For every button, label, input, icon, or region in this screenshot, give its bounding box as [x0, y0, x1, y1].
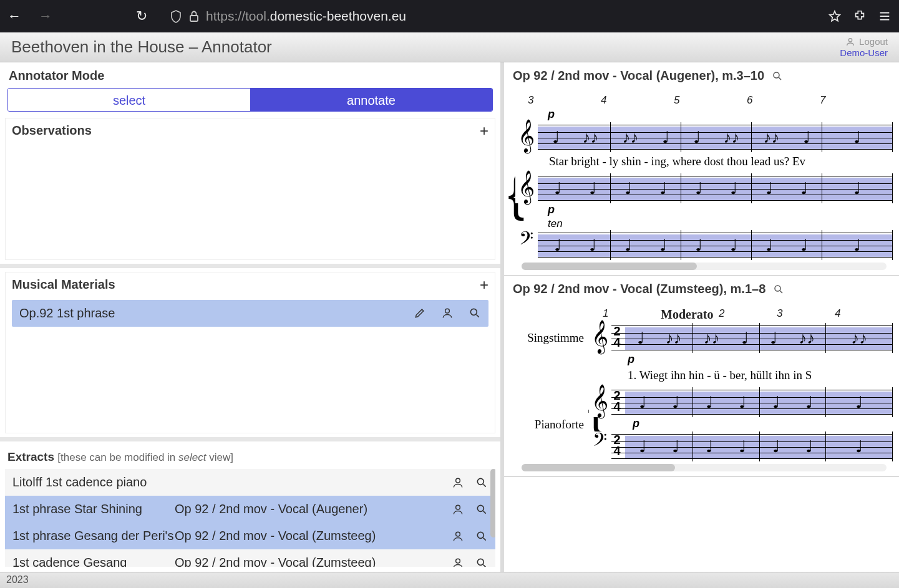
user-icon[interactable] [452, 503, 464, 516]
forward-button: → [39, 8, 52, 24]
mode-annotate-button[interactable]: annotate [250, 89, 492, 111]
app-title: Beethoven in the House – Annotator [11, 37, 272, 57]
url-domain: domestic-beethoven.eu [270, 9, 406, 23]
divider[interactable] [0, 437, 500, 441]
svg-point-5 [477, 478, 484, 484]
svg-point-2 [445, 309, 450, 314]
observations-label: Observations [12, 123, 92, 138]
search-icon[interactable] [475, 530, 488, 542]
svg-point-3 [470, 309, 477, 316]
svg-point-11 [477, 559, 484, 565]
bookmark-icon[interactable] [828, 9, 842, 23]
score-title: Op 92 / 2nd mov - Vocal (Augener), m.3–1… [513, 69, 764, 83]
shield-icon [170, 9, 182, 23]
mode-select-button[interactable]: select [8, 89, 250, 111]
extracts-list: Litolff 1st cadence piano 1st phrase Sta… [5, 469, 495, 567]
back-button[interactable]: ← [7, 8, 21, 24]
svg-point-6 [456, 505, 460, 509]
extract-row[interactable]: Litolff 1st cadence piano [5, 469, 495, 496]
add-material-button[interactable]: + [480, 276, 488, 294]
add-observation-button[interactable]: + [480, 122, 488, 140]
footer-year: 2023 [6, 574, 29, 585]
svg-point-1 [848, 38, 852, 41]
extensions-icon[interactable] [853, 9, 867, 23]
extract-row[interactable]: 1st phrase Gesang der Peri's Op 92 / 2nd… [5, 523, 495, 549]
user-icon[interactable] [452, 557, 464, 567]
svg-point-13 [775, 286, 780, 291]
score-body: 3 4 5 6 7 p ♩♪♪ ♪♪♩ ♩♪♪ ♪♪♩ [504, 89, 899, 275]
extract-row[interactable]: 1st phrase Star Shining Op 92 / 2nd mov … [5, 496, 495, 523]
browser-toolbar: ← → ↻ https://tool.domestic-beethoven.eu [0, 0, 899, 32]
observations-body [6, 143, 495, 259]
logout-link[interactable]: Logout [859, 36, 888, 47]
search-icon[interactable] [469, 307, 481, 319]
user-icon[interactable] [441, 307, 454, 319]
horizontal-scrollbar[interactable] [522, 263, 887, 270]
search-icon[interactable] [773, 284, 784, 295]
extracts-header: Extracts [these can be modified in selec… [0, 445, 500, 469]
svg-point-9 [477, 532, 484, 538]
lock-icon [188, 10, 200, 22]
material-label: Op.92 1st phrase [19, 306, 115, 321]
user-icon[interactable] [452, 476, 464, 489]
material-row[interactable]: Op.92 1st phrase [12, 300, 488, 327]
extracts-label: Extracts [7, 450, 54, 463]
search-icon[interactable] [475, 557, 488, 567]
url-prefix: https://tool. [206, 9, 270, 23]
piano-label: Pianoforte [515, 418, 584, 431]
horizontal-scrollbar[interactable] [522, 464, 887, 471]
svg-point-4 [456, 478, 460, 483]
divider[interactable] [0, 264, 500, 268]
lyrics: Star bright - ly shin - ing, where dost … [549, 155, 893, 168]
current-user[interactable]: Demo-User [840, 47, 888, 59]
svg-rect-0 [190, 16, 198, 21]
app-header: Beethoven in the House – Annotator Logou… [0, 32, 899, 62]
user-icon[interactable] [452, 530, 464, 542]
materials-label: Musical Materials [12, 277, 115, 292]
reload-button[interactable]: ↻ [136, 8, 147, 24]
extract-row[interactable]: 1st cadence Gesang Op 92 / 2nd mov - Voc… [5, 549, 495, 567]
svg-point-7 [477, 505, 484, 511]
svg-point-10 [456, 559, 460, 563]
url-bar[interactable]: https://tool.domestic-beethoven.eu [170, 9, 813, 24]
edit-icon[interactable] [414, 307, 426, 319]
search-icon[interactable] [475, 503, 488, 516]
scrollbar-thumb[interactable] [490, 469, 495, 537]
score-body: 1 Moderato 2 3 4 Singstimme 24 [504, 302, 899, 476]
search-icon[interactable] [772, 70, 783, 82]
svg-point-8 [456, 532, 460, 536]
voice-label: Singstimme [515, 331, 584, 345]
user-icon [845, 37, 855, 47]
footer: 2023 [0, 572, 899, 588]
mode-label: Annotator Mode [0, 62, 500, 88]
svg-point-12 [774, 72, 779, 78]
lyrics: 1. Wiegt ihn hin - ü - ber, hüllt ihn in… [628, 369, 893, 382]
search-icon[interactable] [475, 476, 488, 489]
mode-toggle: select annotate [7, 88, 493, 112]
score-title: Op 92 / 2nd mov - Vocal (Zumsteeg), m.1–… [513, 282, 765, 296]
menu-icon[interactable] [878, 9, 892, 23]
